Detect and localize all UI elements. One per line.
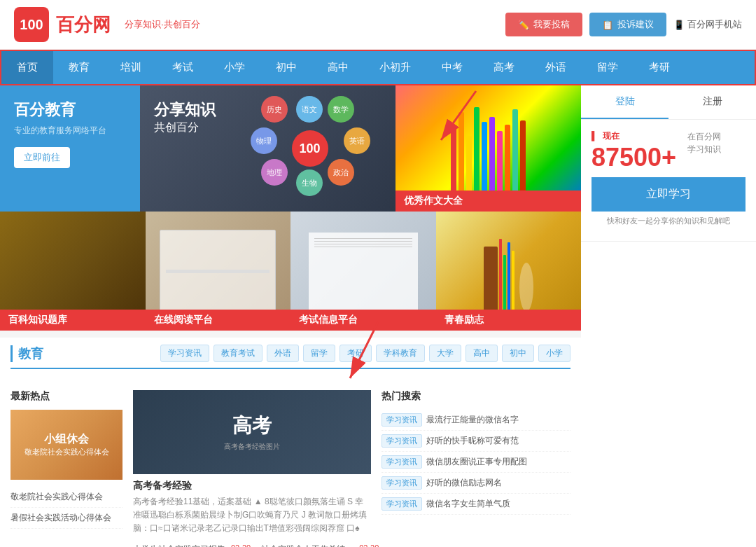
stat-indicator: ▌	[592, 131, 598, 141]
hot-search-item-2: 学习资讯 微信朋友圈说正事专用配图	[382, 452, 570, 473]
tag-badge-2[interactable]: 学习资讯	[382, 455, 422, 469]
hot-search-item-4: 学习资讯 微信名字女生简单气质	[382, 494, 570, 515]
nav-item-middle[interactable]: 初中	[260, 51, 312, 84]
nav-item-postgrad[interactable]: 考研	[634, 51, 685, 84]
edu-tab-7[interactable]: 高中	[465, 345, 498, 362]
study-button[interactable]: 立即学习	[592, 177, 746, 212]
logo-icon: 100	[14, 7, 49, 42]
tag-badge-3[interactable]: 学习资讯	[382, 476, 422, 490]
hot-search-text-1[interactable]: 好听的快手昵称可爱有范	[426, 435, 519, 447]
featured-title[interactable]: 高考备考经验	[133, 480, 371, 492]
hot-search-text-3[interactable]: 好听的微信励志网名	[426, 477, 502, 489]
subject-lishi: 历史	[261, 96, 288, 123]
edu-tab-3[interactable]: 留学	[303, 345, 335, 362]
edu-tab-4[interactable]: 考研	[340, 345, 372, 362]
hot-search-text-2[interactable]: 微信朋友圈说正事专用配图	[426, 456, 527, 468]
tag-badge-4[interactable]: 学习资讯	[382, 497, 422, 511]
card-inspiration[interactable]: 青春励志	[436, 212, 582, 331]
latest-title: 最新热点	[10, 390, 122, 403]
edu-header: 教育 学习资讯 教育考试 外语 留学 考研 学科教育 大学 高中 初中 小学	[10, 345, 570, 369]
article-link-r0[interactable]: 社会实践个人工作总结	[261, 543, 354, 547]
card-encyclopedia[interactable]: 百科知识题库	[0, 212, 146, 331]
center-title: 分享知识	[154, 99, 216, 120]
featured-image[interactable]: 高考 高考备考经验图片	[133, 390, 371, 474]
paper-text	[314, 238, 412, 247]
subject-zhengzhi: 政治	[328, 159, 354, 186]
content-grid: 最新热点 小组休会 敬老院社会实践心得体会 敬老院社会实践心得体会 暑假社会实践…	[0, 383, 581, 547]
card-label-4: 青春励志	[436, 310, 582, 331]
tag-badge-0[interactable]: 学习资讯	[382, 413, 422, 427]
nav-item-high[interactable]: 高中	[312, 51, 364, 84]
stat-row: ▌ 现在 87500+ 在百分网 学习知识	[592, 130, 746, 170]
login-tab[interactable]: 登陆	[581, 85, 668, 119]
edu-tab-6[interactable]: 大学	[429, 345, 461, 362]
subject-wuli: 物理	[251, 127, 277, 154]
mobile-site-button[interactable]: 📱 百分网手机站	[673, 18, 742, 31]
edu-tab-5[interactable]: 学科教育	[376, 345, 425, 362]
tag-badge-1[interactable]: 学习资讯	[382, 434, 422, 448]
subject-yingyu: 英语	[344, 127, 370, 154]
edu-tab-1[interactable]: 教育考试	[214, 345, 262, 362]
stat-number: 87500+	[592, 145, 676, 170]
edu-tab-2[interactable]: 外语	[267, 345, 299, 362]
logo: 100 百分网 分享知识·共创百分	[14, 7, 200, 42]
article-list-left: 大学生社会实践实习报告 02-20 暑期社会实践实习报告 02-20 大学生社会…	[133, 540, 251, 547]
edu-tab-8[interactable]: 初中	[502, 345, 534, 362]
article-link-0[interactable]: 大学生社会实践实习报告	[133, 543, 225, 547]
hot-search-section: 热门搜索 学习资讯 最流行正能量的微信名字 学习资讯 好听的快手昵称可爱有范 学…	[382, 390, 570, 547]
hot-search-title: 热门搜索	[382, 390, 570, 403]
center-banner: 分享知识 共创百分 100 语文 数学 英语 政治 生物	[140, 85, 396, 212]
nav-item-home[interactable]: 首页	[1, 51, 53, 84]
slogan: 分享知识·共创百分	[125, 18, 200, 31]
stat-desc: 在百分网 学习知识	[687, 130, 721, 155]
submit-button[interactable]: ✏️ 我要投稿	[505, 13, 582, 36]
register-tab[interactable]: 注册	[668, 85, 756, 119]
card-label-1: 百科知识题库	[0, 310, 146, 331]
nav-item-primary[interactable]: 小学	[209, 51, 260, 84]
content-left: 百分教育 专业的教育服务网络平台 立即前往 分享知识 共创百分 100	[0, 85, 581, 547]
edit-icon: ✏️	[518, 20, 529, 30]
circle-diagram: 100 语文 数学 英语 政治 生物 地理 物理 历史	[247, 92, 373, 205]
sidebar: 登陆 注册 ▌ 现在 87500+ 在百分网 学习知识	[581, 85, 756, 547]
edu-banner-btn[interactable]: 立即前往	[14, 147, 70, 168]
education-section: 教育 学习资讯 教育考试 外语 留学 考研 学科教育 大学 高中 初中 小学	[0, 338, 581, 383]
card-reading[interactable]: 在线阅读平台	[146, 212, 291, 331]
edu-tab-0[interactable]: 学习资讯	[160, 345, 209, 362]
subject-shengwu: 生物	[296, 169, 323, 196]
nav-item-gaokao[interactable]: 高考	[478, 51, 530, 84]
nav-item-entrance[interactable]: 小初升	[364, 51, 426, 84]
social-practice-subtitle: 敬老院社会实践心得体会	[24, 447, 109, 457]
nav-item-zhongkao[interactable]: 中考	[426, 51, 478, 84]
notebook-visual	[160, 230, 276, 313]
social-practice-title: 小组休会	[24, 432, 109, 447]
card-exam-info[interactable]: 考试信息平台	[290, 212, 436, 331]
card-row: 百科知识题库 在线阅读平台	[0, 212, 581, 331]
edu-tab-9[interactable]: 小学	[538, 345, 570, 362]
hot-search-text-4[interactable]: 微信名字女生简单气质	[426, 498, 510, 510]
hot-search-text-0[interactable]: 最流行正能量的微信名字	[426, 414, 519, 426]
nav-item-foreign[interactable]: 外语	[530, 51, 582, 84]
nav-item-exam[interactable]: 考试	[157, 51, 209, 84]
article-row-r0: 社会实践个人工作总结 02-20	[261, 540, 379, 547]
social-practice-img-container[interactable]: 小组休会 敬老院社会实践心得体会	[10, 410, 122, 480]
article-date-0: 02-20	[231, 543, 251, 547]
site-name: 百分网	[56, 13, 111, 37]
subject-yuwen: 语文	[296, 96, 323, 123]
complaint-button[interactable]: 📋 投诉建议	[589, 13, 666, 36]
nav-item-education[interactable]: 教育	[53, 51, 105, 84]
edu-section-title: 教育	[10, 345, 43, 362]
circle-center: 100	[292, 130, 328, 167]
mobile-icon: 📱	[673, 20, 685, 30]
latest-item-0[interactable]: 敬老院社会实践心得体会	[10, 487, 122, 508]
notebook-lines	[166, 270, 270, 273]
nav-item-study-abroad[interactable]: 留学	[582, 51, 634, 84]
edu-tabs: 学习资讯 教育考试 外语 留学 考研 学科教育 大学 高中 初中 小学	[160, 345, 570, 362]
center-banner-inner: 分享知识 共创百分 100 语文 数学 英语 政治 生物	[140, 85, 396, 212]
nav-item-training[interactable]: 培训	[105, 51, 157, 84]
header: 100 百分网 分享知识·共创百分 ✏️ 我要投稿 📋 投诉建议 📱 百分网手机…	[0, 0, 756, 50]
latest-item-1[interactable]: 暑假社会实践活动心得体会	[10, 508, 122, 529]
edu-banner-title: 百分教育	[14, 99, 126, 120]
social-practice-text: 小组休会 敬老院社会实践心得体会	[24, 432, 109, 457]
banner-right-label[interactable]: 优秀作文大全	[396, 191, 581, 212]
subject-shuxue: 数学	[328, 96, 354, 123]
